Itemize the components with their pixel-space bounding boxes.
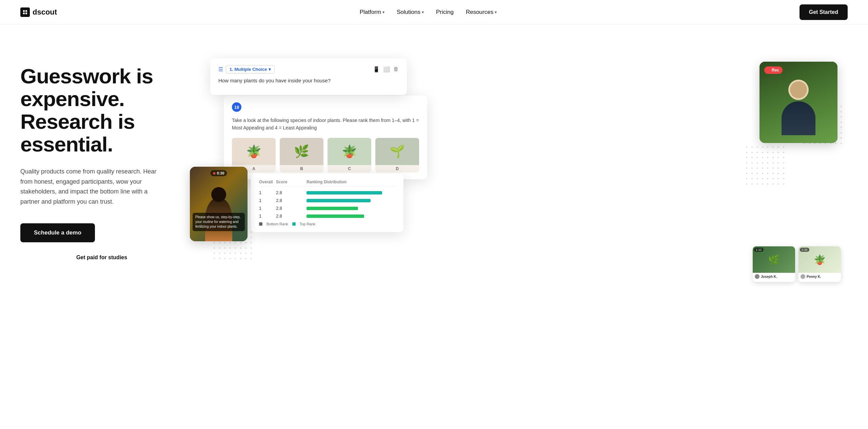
plant-image-a: 🪴 bbox=[232, 138, 276, 165]
score-bar-2 bbox=[307, 199, 371, 202]
rank-instruction: Take a look at the following species of … bbox=[232, 117, 419, 132]
hero-section: Guesswork is expensive. Research is esse… bbox=[0, 24, 868, 289]
plant-item-b: 🌿 B bbox=[280, 138, 323, 172]
plant-label-c: C bbox=[347, 165, 352, 172]
nav-resources[interactable]: Resources ▾ bbox=[466, 9, 497, 16]
dots-decoration-mid: const dotsMid = document.currentScript.p… bbox=[746, 146, 787, 187]
svg-rect-0 bbox=[23, 10, 25, 12]
video-woman-bg: 0:30 Please show us, step-by-step, your … bbox=[190, 167, 248, 241]
score-row-4: 1 2.8 bbox=[259, 213, 395, 219]
plant-grid: 🪴 A 🌿 B 🪴 C 🌱 D bbox=[232, 138, 419, 172]
thumb-joseph-timer: 1:12 bbox=[754, 248, 764, 252]
navbar: dscout Platform ▾ Solutions ▾ Pricing Re… bbox=[0, 0, 868, 24]
rec-badge: Rec bbox=[764, 66, 783, 74]
video-man-bg: Rec bbox=[760, 62, 837, 143]
svg-rect-3 bbox=[25, 13, 27, 14]
dropdown-arrow-icon: ▾ bbox=[269, 67, 271, 72]
svg-rect-2 bbox=[23, 13, 25, 14]
bar-wrap-3 bbox=[307, 207, 395, 210]
plant-item-d: 🌱 D bbox=[375, 138, 419, 172]
plant-item-c: 🪴 C bbox=[328, 138, 371, 172]
plant-image-c: 🪴 bbox=[328, 138, 371, 165]
platform-chevron-icon: ▾ bbox=[382, 10, 384, 15]
plant-label-a: A bbox=[251, 165, 257, 172]
solutions-chevron-icon: ▾ bbox=[422, 10, 424, 15]
score-bar-3 bbox=[307, 207, 358, 210]
secondary-cta-link[interactable]: Get paid for studies bbox=[20, 254, 183, 261]
plant-image-b: 🌿 bbox=[280, 138, 323, 165]
score-row-3: 1 2.8 bbox=[259, 206, 395, 211]
trash-icon[interactable]: 🗑 bbox=[393, 66, 399, 73]
logo[interactable]: dscout bbox=[20, 7, 57, 17]
nav-pricing[interactable]: Pricing bbox=[436, 9, 454, 16]
hero-subtext: Quality products come from quality resea… bbox=[20, 167, 163, 207]
rank-legend: Bottom Rank Top Rank bbox=[259, 222, 395, 226]
schedule-demo-button[interactable]: Schedule a demo bbox=[20, 223, 95, 242]
thumb-penny-avatar bbox=[801, 274, 805, 279]
survey-header: ☰ 1. Multiple Choice ▾ 📱 ⬜ 🗑 bbox=[218, 65, 399, 74]
score-bar-4 bbox=[307, 214, 364, 218]
thumb-penny-timer: 2:30 bbox=[800, 248, 809, 252]
rank-card: 18 Take a look at the following species … bbox=[224, 96, 427, 179]
survey-toolbar: 📱 ⬜ 🗑 bbox=[373, 66, 399, 73]
mobile-icon[interactable]: 📱 bbox=[373, 66, 380, 73]
video-woman-card[interactable]: 0:30 Please show us, step-by-step, your … bbox=[190, 167, 248, 241]
logo-icon bbox=[20, 7, 30, 17]
survey-type-pill[interactable]: 1. Multiple Choice ▾ bbox=[226, 65, 275, 74]
thumb-joseph-card[interactable]: 🌿 1:12 Joseph K. bbox=[753, 246, 795, 282]
video-man-card[interactable]: Rec bbox=[760, 62, 837, 143]
video-caption: Please show us, step-by-step, your routi… bbox=[193, 213, 245, 231]
nav-menu: Platform ▾ Solutions ▾ Pricing Resources… bbox=[360, 9, 497, 16]
score-card: Overall Score Ranking Distribution 1 2.8… bbox=[251, 173, 403, 232]
bar-wrap-4 bbox=[307, 214, 395, 218]
rec-dot-woman bbox=[213, 172, 215, 175]
hero-content: Guesswork is expensive. Research is esse… bbox=[20, 52, 183, 261]
bottom-rank-dot bbox=[259, 222, 262, 226]
thumb-joseph-footer: Joseph K. bbox=[753, 273, 795, 280]
survey-card: ☰ 1. Multiple Choice ▾ 📱 ⬜ 🗑 How many pl… bbox=[210, 58, 407, 95]
score-row-1: 1 2.8 bbox=[259, 190, 395, 195]
svg-rect-1 bbox=[25, 10, 27, 12]
nav-platform[interactable]: Platform ▾ bbox=[360, 9, 384, 16]
plant-image-d: 🌱 bbox=[375, 138, 419, 165]
video-timer: 0:30 bbox=[210, 170, 227, 176]
score-bar-1 bbox=[307, 191, 382, 195]
resources-chevron-icon: ▾ bbox=[495, 10, 497, 15]
logo-text: dscout bbox=[33, 8, 57, 17]
hero-visual: const dotsTop = document.currentScript.p… bbox=[210, 52, 848, 289]
nav-solutions[interactable]: Solutions ▾ bbox=[397, 9, 424, 16]
tablet-icon[interactable]: ⬜ bbox=[383, 66, 390, 73]
plant-label-d: D bbox=[394, 165, 400, 172]
get-started-button[interactable]: Get Started bbox=[800, 4, 848, 20]
plant-label-b: B bbox=[299, 165, 304, 172]
survey-question: How many plants do you have inside your … bbox=[218, 78, 399, 83]
rank-number-badge: 18 bbox=[232, 102, 241, 112]
top-rank-dot bbox=[292, 222, 296, 226]
thumb-penny-card[interactable]: 🪴 2:30 Penny K. bbox=[798, 246, 841, 282]
bar-wrap-1 bbox=[307, 191, 395, 195]
thumb-penny-footer: Penny K. bbox=[798, 273, 841, 280]
hero-headline: Guesswork is expensive. Research is esse… bbox=[20, 65, 183, 156]
rank-number-row: 18 bbox=[232, 102, 419, 112]
score-header: Overall Score Ranking Distribution bbox=[259, 180, 395, 187]
thumb-joseph-avatar bbox=[755, 274, 760, 279]
rec-dot-man bbox=[768, 69, 770, 72]
survey-list-icon: ☰ bbox=[218, 66, 223, 73]
score-row-2: 1 2.8 bbox=[259, 198, 395, 203]
bar-wrap-2 bbox=[307, 199, 395, 202]
